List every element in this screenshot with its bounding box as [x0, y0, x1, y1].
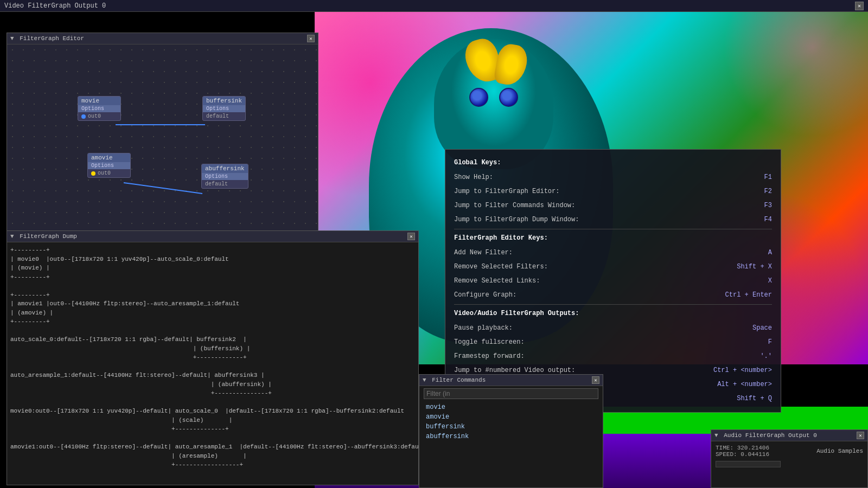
amovie-options-button[interactable]: Options	[88, 162, 130, 169]
collapse-arrow[interactable]: ▼	[10, 35, 14, 42]
help-divider-2	[454, 304, 772, 305]
help-key-remove-links: X	[768, 274, 772, 287]
help-row-add-filter: Add New Filter: A	[454, 246, 772, 260]
help-divider-1	[454, 229, 772, 229]
filter-commands-title-area: ▼ Filter Commands	[423, 377, 486, 383]
audio-speed-row: SPEED: 0.044116	[716, 451, 769, 458]
abuffersink-port: default	[202, 180, 248, 188]
help-row-remove-filters: Remove Selected Filters: Shift + X	[454, 260, 772, 274]
movie-options-button[interactable]: Options	[78, 105, 120, 112]
help-label-filter-commands: Jump to Filter Commands Window:	[454, 199, 575, 212]
abuffersink-node-title: abuffersink	[202, 164, 248, 173]
main-title: Video FilterGraph Output 0	[4, 2, 855, 10]
help-key-add-filter: A	[768, 246, 772, 259]
buffersink-node-title: buffersink	[203, 97, 245, 105]
filter-commands-title: Filter Commands	[432, 377, 486, 383]
help-label-fg-dump: Jump to FilterGraph Dump Window:	[454, 213, 579, 226]
help-row-remove-links: Remove Selected Links: X	[454, 274, 772, 288]
buffersink-options-button[interactable]: Options	[203, 105, 245, 112]
help-key-filter-commands: F3	[764, 199, 772, 212]
movie-port-dot	[81, 114, 86, 119]
fg-dump-close[interactable]: ✕	[407, 233, 415, 240]
svg-line-1	[124, 183, 202, 194]
dump-content: +---------+ | movie0 |out0--[1718x720 1:…	[7, 242, 418, 484]
filter-item-movie[interactable]: movie	[424, 402, 598, 412]
help-row-show-help: Show Help: F1	[454, 170, 772, 184]
audio-stats-block: TIME: 320.21406 SPEED: 0.044116	[716, 445, 769, 458]
help-key-jump-audio: Alt + <number>	[717, 378, 772, 391]
help-overlay: Global Keys: Show Help: F1 Jump to Filte…	[445, 149, 781, 413]
audio-output-titlebar: ▼ Audio FilterGraph Output 0 ✕	[711, 430, 867, 441]
help-row-configure-graph: Configure Graph: Ctrl + Enter	[454, 288, 772, 302]
help-label-add-filter: Add New Filter:	[454, 246, 513, 259]
filter-commands-titlebar: ▼ Filter Commands ✕	[419, 375, 603, 386]
fg-editor-title: FilterGraph Editor	[20, 35, 84, 42]
fg-dump-title: FilterGraph Dump	[20, 233, 77, 240]
connections-svg	[7, 44, 318, 243]
filter-item-amovie[interactable]: amovie	[424, 412, 598, 422]
movie-node-title: movie	[78, 97, 120, 105]
audio-stats-row: TIME: 320.21406 SPEED: 0.044116 Audio Sa…	[716, 445, 863, 458]
help-label-fullscreen: Toggle fullscreen:	[454, 336, 525, 349]
fc-collapse-arrow[interactable]: ▼	[423, 377, 426, 383]
filtergraph-dump-window: ▼ FilterGraph Dump ✕ +---------+ | movie…	[7, 230, 419, 485]
filtergraph-editor-window: ▼ FilterGraph Editor ✕ movie Options out…	[7, 33, 318, 244]
audio-time-value: 320.21406	[737, 445, 769, 451]
help-fg-editor-keys-title: FilterGraph Editor Keys:	[454, 232, 772, 245]
help-label-remove-filters: Remove Selected Filters:	[454, 260, 548, 273]
audio-output-close[interactable]: ✕	[857, 432, 864, 439]
help-row-fullscreen: Toggle fullscreen: F	[454, 335, 772, 349]
buffersink-node[interactable]: buffersink Options default	[202, 96, 246, 121]
help-label-fg-editor: Jump to FilterGraph Editor:	[454, 185, 559, 198]
abuffersink-options-button[interactable]: Options	[202, 173, 248, 180]
dog-eye-right	[499, 88, 518, 107]
fg-editor-title-area: ▼ FilterGraph Editor	[10, 35, 84, 42]
fg-dump-collapse-arrow[interactable]: ▼	[10, 233, 14, 240]
filter-search-input[interactable]	[424, 388, 598, 399]
buffersink-port: default	[203, 112, 245, 120]
amovie-node-title: amovie	[88, 153, 130, 162]
audio-speed-value: 0.044116	[741, 451, 769, 458]
amovie-node[interactable]: amovie Options out0	[87, 153, 131, 178]
audio-speed-label: SPEED:	[716, 451, 737, 458]
help-key-remove-filters: Shift + X	[737, 260, 772, 273]
abuffersink-node[interactable]: abuffersink Options default	[201, 164, 248, 189]
help-label-show-help: Show Help:	[454, 171, 493, 184]
help-key-exit: Shift + Q	[737, 392, 772, 405]
filter-commands-close[interactable]: ✕	[592, 376, 599, 384]
amovie-port-dot	[91, 171, 95, 176]
dog-eye-left	[469, 88, 488, 107]
audio-time-label: TIME:	[716, 445, 733, 451]
filter-item-buffersink[interactable]: buffersink	[424, 422, 598, 432]
help-key-framestep: '.'	[760, 350, 772, 363]
fg-dump-title-area: ▼ FilterGraph Dump	[10, 233, 77, 240]
movie-out-port: out0	[78, 112, 120, 120]
filter-commands-window: ▼ Filter Commands ✕ movie amovie buffers…	[419, 374, 603, 488]
help-row-fg-editor: Jump to FilterGraph Editor: F2	[454, 184, 772, 198]
help-key-configure-graph: Ctrl + Enter	[725, 288, 772, 301]
help-key-show-help: F1	[764, 171, 772, 184]
graph-canvas: movie Options out0 buffersink Options de…	[7, 44, 318, 243]
filter-commands-content: movie amovie buffersink abuffersink	[419, 386, 603, 487]
audio-level-bar	[716, 461, 781, 467]
audio-samples-label: Audio Samples	[816, 448, 863, 454]
help-row-fg-dump: Jump to FilterGraph Dump Window: F4	[454, 213, 772, 227]
audio-output-window: ▼ Audio FilterGraph Output 0 ✕ TIME: 320…	[711, 429, 868, 488]
fg-dump-titlebar: ▼ FilterGraph Dump ✕	[7, 231, 418, 242]
fg-editor-titlebar: ▼ FilterGraph Editor ✕	[7, 33, 318, 44]
audio-time-row: TIME: 320.21406	[716, 445, 769, 451]
main-close-button[interactable]: ✕	[855, 2, 864, 10]
amovie-out-port: out0	[88, 169, 130, 177]
help-key-jump-video: Ctrl + <number>	[713, 364, 772, 377]
help-key-fullscreen: F	[768, 336, 772, 349]
help-label-pause: Pause playback:	[454, 322, 513, 335]
help-key-fg-dump: F4	[764, 213, 772, 226]
fg-editor-close[interactable]: ✕	[307, 35, 315, 42]
movie-node[interactable]: movie Options out0	[78, 96, 121, 121]
help-row-framestep: Framestep forward: '.'	[454, 349, 772, 363]
audio-output-title-area: ▼ Audio FilterGraph Output 0	[714, 432, 817, 439]
help-key-fg-editor: F2	[764, 185, 772, 198]
filter-item-abuffersink[interactable]: abuffersink	[424, 432, 598, 441]
help-key-pause: Space	[752, 322, 772, 335]
audio-collapse-arrow[interactable]: ▼	[714, 432, 718, 439]
